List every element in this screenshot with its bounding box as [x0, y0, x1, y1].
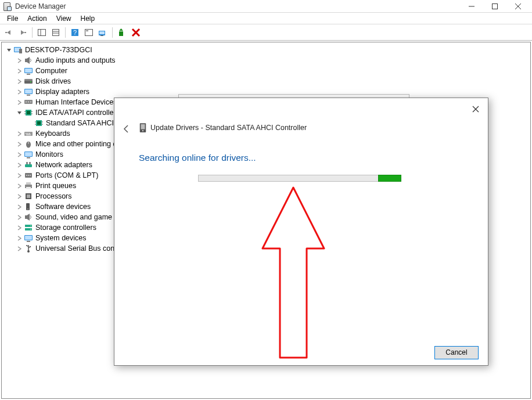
svg-rect-30 — [24, 79, 33, 81]
svg-rect-5 — [24, 32, 26, 33]
chevron-right-icon[interactable] — [16, 99, 23, 106]
svg-point-35 — [26, 102, 27, 103]
port-icon — [24, 171, 33, 180]
tree-item-label: System devices — [35, 233, 87, 243]
chevron-right-icon[interactable] — [16, 140, 23, 147]
chevron-right-icon[interactable] — [16, 130, 23, 137]
svg-rect-58 — [25, 152, 32, 156]
chevron-right-icon[interactable] — [16, 203, 23, 210]
tree-item-label: Computer — [35, 66, 67, 76]
computer-icon — [13, 45, 23, 55]
menu-action[interactable]: Action — [23, 14, 51, 23]
chevron-right-icon[interactable] — [16, 78, 23, 85]
properties-button[interactable] — [49, 26, 62, 39]
tree-item[interactable]: Disk drives — [5, 76, 527, 87]
chevron-right-icon[interactable] — [16, 161, 23, 168]
speaker-icon — [24, 56, 33, 65]
menubar: File Action View Help — [0, 13, 532, 24]
dialog-back-button[interactable] — [121, 124, 132, 134]
dialog-heading: Searching online for drivers... — [139, 153, 256, 163]
svg-rect-27 — [27, 74, 30, 75]
chevron-down-icon[interactable] — [16, 109, 23, 116]
scan-hardware-button[interactable] — [96, 26, 109, 39]
svg-rect-59 — [27, 157, 30, 158]
svg-rect-39 — [27, 111, 30, 114]
tree-item-label: Monitors — [35, 149, 63, 160]
chevron-right-icon[interactable] — [16, 88, 23, 95]
svg-rect-32 — [25, 89, 32, 93]
disk-icon — [24, 77, 33, 86]
chevron-right-icon[interactable] — [16, 67, 23, 74]
menu-file[interactable]: File — [2, 14, 23, 23]
svg-rect-18 — [119, 31, 123, 36]
chevron-right-icon[interactable] — [16, 245, 23, 252]
window-title: Device Manager — [15, 2, 66, 10]
minimize-button[interactable] — [460, 0, 483, 13]
svg-rect-81 — [27, 241, 30, 242]
tree-item-label: Sound, video and game co — [35, 212, 122, 222]
tree-child-label: Standard SATA AHCI Co — [46, 118, 125, 128]
tree-root[interactable]: DESKTOP-733DGCI — [5, 45, 527, 55]
tree-item-label: Software devices — [35, 201, 91, 212]
svg-rect-45 — [37, 121, 41, 125]
storage-icon — [24, 223, 33, 232]
tree-item-label: IDE ATA/ATAPI controllers — [35, 107, 120, 118]
chevron-right-icon[interactable] — [16, 235, 23, 242]
toolbar: ? — [0, 24, 532, 41]
speaker-icon — [24, 212, 33, 222]
help-button[interactable]: ? — [69, 26, 81, 39]
svg-point-36 — [28, 102, 29, 103]
svg-rect-33 — [27, 95, 30, 96]
svg-point-65 — [28, 175, 29, 176]
svg-point-66 — [30, 175, 31, 176]
svg-rect-16 — [99, 31, 105, 34]
tree-item-label: Keyboards — [35, 128, 70, 139]
chevron-right-icon[interactable] — [16, 214, 23, 221]
chevron-right-icon[interactable] — [16, 57, 23, 64]
svg-point-64 — [26, 175, 27, 176]
svg-text:?: ? — [73, 29, 77, 36]
close-window-button[interactable] — [506, 0, 530, 13]
soft-icon — [24, 202, 33, 211]
tree-item[interactable]: Computer — [5, 66, 527, 76]
menu-help[interactable]: Help — [76, 14, 100, 23]
cancel-button[interactable]: Cancel — [434, 346, 479, 359]
svg-point-90 — [142, 130, 143, 131]
tree-item-label: Network adapters — [35, 160, 92, 170]
tree-item[interactable]: Audio inputs and outputs — [5, 55, 527, 66]
svg-rect-85 — [30, 246, 31, 247]
uninstall-device-button[interactable] — [130, 26, 142, 39]
svg-rect-69 — [26, 187, 31, 189]
svg-rect-23 — [19, 49, 22, 53]
tree-item[interactable]: Display adapters — [5, 87, 527, 97]
svg-rect-89 — [141, 124, 145, 129]
dialog-close-button[interactable] — [470, 104, 481, 114]
svg-rect-61 — [26, 162, 28, 164]
hid-icon — [24, 98, 33, 107]
chevron-right-icon[interactable] — [16, 172, 23, 179]
chevron-right-icon[interactable] — [16, 224, 23, 231]
svg-rect-51 — [26, 133, 27, 134]
svg-rect-1 — [493, 3, 498, 9]
net-icon — [24, 160, 33, 170]
show-hide-tree-button[interactable] — [35, 26, 48, 39]
svg-rect-8 — [53, 29, 59, 35]
svg-point-77 — [30, 225, 31, 226]
tree-item-label: Storage controllers — [35, 222, 96, 233]
chevron-down-icon[interactable] — [5, 46, 12, 53]
monitor-icon — [24, 233, 33, 243]
chevron-right-icon[interactable] — [16, 151, 23, 158]
maximize-button[interactable] — [483, 0, 506, 13]
update-driver-button[interactable] — [116, 26, 128, 39]
action-2-button[interactable] — [82, 26, 95, 39]
chevron-right-icon[interactable] — [16, 182, 23, 189]
chevron-right-icon[interactable] — [16, 193, 23, 200]
svg-rect-62 — [29, 162, 31, 164]
tree-item-label: Ports (COM & LPT) — [35, 170, 98, 181]
nav-forward-button[interactable] — [16, 26, 29, 39]
progress-fill — [378, 175, 401, 182]
menu-view[interactable]: View — [52, 14, 76, 23]
nav-back-button[interactable] — [2, 26, 15, 39]
svg-rect-17 — [100, 35, 103, 36]
tree-item-label: Processors — [35, 191, 72, 201]
